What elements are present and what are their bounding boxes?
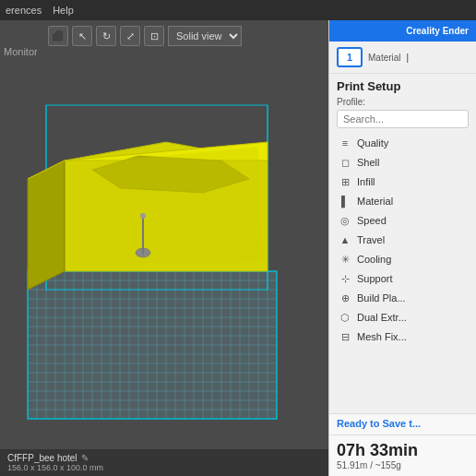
quality-icon: ≡ [339, 137, 351, 149]
settings-item-support[interactable]: ⊹ Support [337, 269, 469, 288]
build-plate-label: Build Pla... [357, 292, 406, 303]
viewport[interactable]: Monitor ⬛ ↖ ↻ ⤢ ⊡ Solid view [0, 20, 328, 476]
quality-label: Quality [357, 137, 388, 149]
print-setup-panel: Print Setup Profile: ≡ Quality ◻ Shell ⊞… [329, 74, 476, 413]
settings-item-speed[interactable]: ◎ Speed [337, 211, 469, 230]
material-icon: ▌ [339, 195, 351, 208]
printer-name: Creality Ender [406, 26, 469, 36]
support-label: Support [357, 273, 393, 284]
viewport-toolbar: ⬛ ↖ ↻ ⤢ ⊡ Solid view [48, 26, 242, 46]
mesh-fix-label: Mesh Fix... [357, 331, 407, 342]
file-name: CfFFP_bee hotel [7, 453, 77, 463]
weight-info: 51.91m / ~155g [337, 460, 469, 470]
viewport-bottom-bar: CfFFP_bee hotel ✎ 156.0 x 156.0 x 100.0 … [0, 449, 328, 476]
svg-marker-51 [69, 147, 263, 267]
time-section: 07h 33min 51.91m / ~155g [329, 434, 476, 476]
travel-label: Travel [357, 234, 385, 245]
tool-cursor[interactable]: ↖ [72, 26, 92, 46]
file-info: CfFFP_bee hotel ✎ [7, 453, 321, 463]
print-setup-title: Print Setup [337, 79, 469, 93]
profile-search[interactable] [337, 110, 469, 128]
material-value: | [407, 53, 469, 63]
dual-extr-label: Dual Extr... [357, 312, 407, 323]
scene-area [0, 20, 328, 476]
support-icon: ⊹ [339, 272, 351, 285]
monitor-label: Monitor [4, 46, 38, 57]
right-panel: Creality Ender 1 Material | Print Setup … [328, 20, 476, 476]
settings-item-cooling[interactable]: ✳ Cooling [337, 250, 469, 268]
settings-item-build-plate[interactable]: ⊕ Build Pla... [337, 289, 469, 307]
menu-bar: erences Help [0, 0, 476, 20]
settings-item-quality[interactable]: ≡ Quality [337, 134, 469, 152]
shell-icon: ◻ [339, 156, 351, 169]
svg-marker-48 [28, 161, 65, 290]
tool-rotate[interactable]: ↻ [96, 26, 116, 46]
printer-header: Creality Ender [329, 20, 476, 42]
menu-preferences[interactable]: erences [6, 5, 42, 16]
tool-scale[interactable]: ⤢ [120, 26, 140, 46]
main-content: Monitor ⬛ ↖ ↻ ⤢ ⊡ Solid view [0, 20, 476, 476]
dual-extr-icon: ⬡ [339, 311, 351, 324]
view-mode-dropdown[interactable]: Solid view [168, 26, 242, 46]
cooling-icon: ✳ [339, 253, 351, 266]
settings-item-shell[interactable]: ◻ Shell [337, 153, 469, 172]
speed-label: Speed [357, 215, 387, 226]
scene-svg [0, 20, 328, 476]
tool-cube[interactable]: ⬛ [48, 26, 68, 46]
ready-section: Ready to Save t... [329, 413, 476, 434]
infill-label: Infill [357, 176, 375, 187]
profile-label: Profile: [337, 97, 469, 107]
mesh-fix-icon: ⊟ [339, 330, 351, 343]
cooling-label: Cooling [357, 254, 391, 265]
dimensions: 156.0 x 156.0 x 100.0 mm [7, 463, 321, 472]
menu-help[interactable]: Help [53, 5, 74, 16]
extruder-section: 1 Material | [329, 42, 476, 74]
speed-icon: ◎ [339, 214, 351, 227]
ready-text[interactable]: Ready to Save t... [337, 418, 469, 429]
settings-item-material[interactable]: ▌ Material [337, 192, 469, 210]
material-label: Material [368, 53, 401, 63]
svg-point-54 [140, 213, 146, 219]
settings-item-dual-extr[interactable]: ⬡ Dual Extr... [337, 308, 469, 327]
settings-item-infill[interactable]: ⊞ Infill [337, 173, 469, 191]
settings-list: ≡ Quality ◻ Shell ⊞ Infill ▌ Material [337, 134, 469, 346]
travel-icon: ▲ [339, 233, 351, 246]
extruder-button[interactable]: 1 [337, 47, 363, 67]
settings-item-mesh-fix[interactable]: ⊟ Mesh Fix... [337, 327, 469, 346]
settings-item-travel[interactable]: ▲ Travel [337, 231, 469, 249]
infill-icon: ⊞ [339, 175, 351, 188]
material-label-item: Material [357, 196, 393, 207]
tool-snap[interactable]: ⊡ [144, 26, 164, 46]
print-time: 07h 33min [337, 441, 469, 460]
build-plate-icon: ⊕ [339, 292, 351, 304]
edit-icon[interactable]: ✎ [81, 453, 89, 463]
shell-label: Shell [357, 157, 379, 168]
